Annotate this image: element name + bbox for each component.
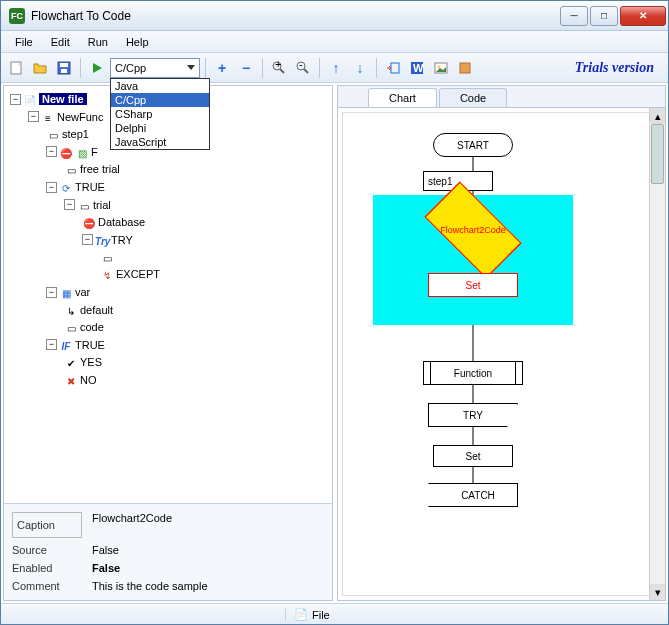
flowchart-catch[interactable]: CATCH — [428, 483, 518, 507]
properties-panel: Caption Flowchart2Code Source False Enab… — [4, 503, 332, 600]
svg-rect-3 — [61, 69, 67, 73]
expander-icon[interactable]: − — [64, 199, 75, 210]
expander-icon[interactable]: − — [46, 182, 57, 193]
status-bar: 📄 File — [1, 603, 668, 625]
step-icon: ▭ — [64, 320, 78, 334]
file-icon: 📄 — [294, 608, 308, 621]
status-file: 📄 File — [285, 608, 338, 621]
vertical-scrollbar[interactable]: ▴ ▾ — [649, 108, 665, 600]
arrow-down-icon[interactable]: ↓ — [349, 57, 371, 79]
settings-icon[interactable] — [454, 57, 476, 79]
tree-item[interactable]: −▦var ↳default ▭code — [46, 283, 328, 336]
flowchart-decision[interactable]: Flowchart2Code — [438, 205, 508, 255]
flowchart-set2[interactable]: Set — [433, 445, 513, 467]
tree-item[interactable]: ⛔Database — [82, 213, 328, 231]
svg-rect-2 — [60, 63, 68, 67]
word-icon[interactable]: W — [406, 57, 428, 79]
tree-item[interactable]: ✖NO — [64, 371, 328, 389]
prop-caption-label: Caption — [12, 512, 82, 538]
scroll-down-icon[interactable]: ▾ — [650, 584, 665, 600]
code-icon: ▨ — [75, 145, 89, 159]
tree-item[interactable]: −IFTRUE ✔YES ✖NO — [46, 336, 328, 389]
tree-item[interactable]: ▭code — [64, 318, 328, 336]
maximize-button[interactable]: □ — [590, 6, 618, 26]
scroll-up-icon[interactable]: ▴ — [650, 108, 665, 124]
svg-text:W: W — [413, 62, 424, 74]
step-icon: ▭ — [46, 127, 60, 141]
minus-icon[interactable]: − — [235, 57, 257, 79]
save-icon[interactable] — [53, 57, 75, 79]
svg-rect-10 — [391, 63, 399, 73]
expander-icon[interactable]: − — [10, 94, 21, 105]
close-button[interactable]: ✕ — [620, 6, 666, 26]
menu-run[interactable]: Run — [80, 33, 116, 51]
svg-text:+: + — [275, 60, 281, 70]
flowchart-set[interactable]: Set — [428, 273, 518, 297]
new-file-icon[interactable] — [5, 57, 27, 79]
flowchart-try[interactable]: TRY — [428, 403, 518, 427]
tree-item[interactable]: −⟳TRUE −▭trial ⛔Database −TryTRY ▭ — [46, 178, 328, 283]
expander-icon[interactable]: − — [28, 111, 39, 122]
content-area: −📄New file −≡NewFunc ▭step1 −⛔▨F ▭free t… — [1, 83, 668, 603]
step-icon: ▭ — [64, 162, 78, 176]
if-icon: IF — [59, 338, 73, 352]
expander-icon[interactable]: − — [82, 234, 93, 245]
menu-file[interactable]: File — [7, 33, 41, 51]
svg-rect-15 — [460, 63, 470, 73]
try-icon: Try — [95, 233, 109, 247]
svg-text:-: - — [299, 60, 303, 70]
expander-icon[interactable]: − — [46, 146, 57, 157]
menu-edit[interactable]: Edit — [43, 33, 78, 51]
stop-icon: ⛔ — [59, 145, 73, 159]
app-icon: FC — [9, 8, 25, 24]
zoom-in-icon[interactable]: + — [268, 57, 290, 79]
language-select[interactable]: C/Cpp Java C/Cpp CSharp Delphi JavaScrip… — [110, 58, 200, 78]
prop-source-value: False — [92, 544, 324, 556]
zoom-out-icon[interactable]: - — [292, 57, 314, 79]
prop-comment-value: This is the code sample — [92, 580, 324, 592]
lang-option-ccpp[interactable]: C/Cpp — [111, 93, 209, 107]
lang-option-java[interactable]: Java — [111, 79, 209, 93]
tree-item[interactable]: ↯EXCEPT — [100, 265, 328, 283]
tree-item[interactable]: ▭ — [100, 248, 328, 265]
prop-enabled-label: Enabled — [12, 562, 82, 574]
tab-chart[interactable]: Chart — [368, 88, 437, 107]
tree-item[interactable]: −TryTRY ▭ ↯EXCEPT — [82, 231, 328, 283]
prop-comment-label: Comment — [12, 580, 82, 592]
loop-icon: ⟳ — [59, 180, 73, 194]
flowchart-start[interactable]: START — [433, 133, 513, 157]
except-icon: ↯ — [100, 267, 114, 281]
left-pane: −📄New file −≡NewFunc ▭step1 −⛔▨F ▭free t… — [3, 85, 333, 601]
flowchart-function[interactable]: Function — [423, 361, 523, 385]
lang-option-delphi[interactable]: Delphi — [111, 121, 209, 135]
tree-item[interactable]: ✔YES — [64, 353, 328, 371]
func-icon: ≡ — [41, 110, 55, 124]
expander-icon[interactable]: − — [46, 287, 57, 298]
tree-item[interactable]: ↳default — [64, 301, 328, 319]
menu-help[interactable]: Help — [118, 33, 157, 51]
tree-item[interactable]: −≡NewFunc ▭step1 −⛔▨F ▭free trial −⟳TRUE… — [28, 108, 328, 389]
lang-option-javascript[interactable]: JavaScript — [111, 135, 209, 149]
tab-bar: Chart Code — [338, 86, 665, 108]
plus-icon[interactable]: + — [211, 57, 233, 79]
step-icon: ▭ — [77, 198, 91, 212]
tab-code[interactable]: Code — [439, 88, 507, 107]
chart-canvas[interactable]: START step1 Flowchart2Code Set Function … — [342, 112, 661, 596]
image-icon[interactable] — [430, 57, 452, 79]
svg-line-8 — [304, 69, 308, 73]
minimize-button[interactable]: ─ — [560, 6, 588, 26]
step-icon: ▭ — [100, 250, 114, 264]
open-file-icon[interactable] — [29, 57, 51, 79]
var-icon: ▦ — [59, 285, 73, 299]
export-icon[interactable] — [382, 57, 404, 79]
arrow-up-icon[interactable]: ↑ — [325, 57, 347, 79]
file-icon: 📄 — [23, 92, 37, 106]
run-icon[interactable] — [86, 57, 108, 79]
scroll-thumb[interactable] — [651, 124, 664, 184]
prop-enabled-value: False — [92, 562, 324, 574]
lang-option-csharp[interactable]: CSharp — [111, 107, 209, 121]
tree-item[interactable]: −▭trial ⛔Database −TryTRY ▭ ↯EXCEPT — [64, 196, 328, 283]
expander-icon[interactable]: − — [46, 339, 57, 350]
menu-bar: File Edit Run Help — [1, 31, 668, 53]
tree-item[interactable]: ▭free trial — [64, 160, 328, 178]
